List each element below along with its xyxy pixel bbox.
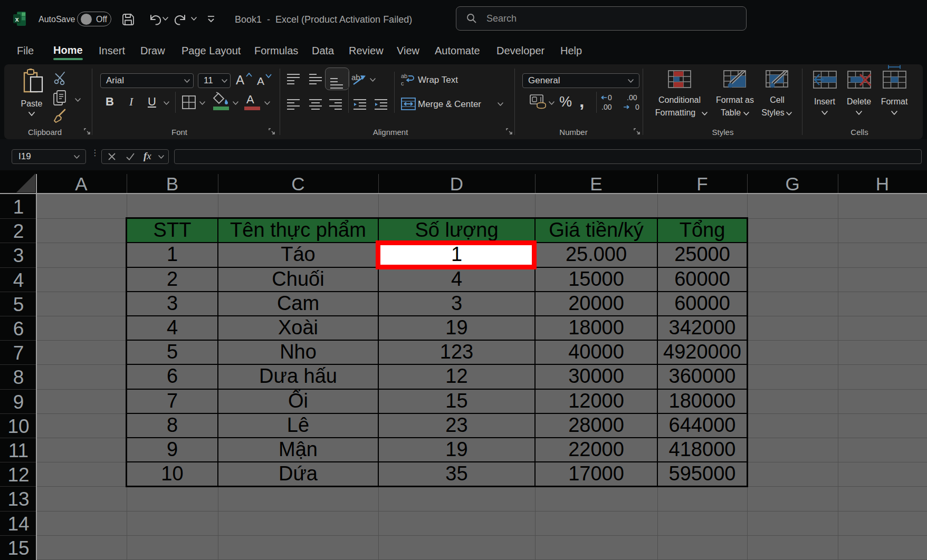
svg-text:c: c	[401, 80, 404, 86]
svg-text:ab: ab	[401, 73, 407, 79]
svg-text:x: x	[15, 15, 19, 23]
svg-text:0: 0	[635, 103, 639, 111]
svg-text:0: 0	[608, 93, 612, 102]
svg-text:.00: .00	[627, 93, 637, 102]
svg-text:.00: .00	[601, 103, 612, 111]
